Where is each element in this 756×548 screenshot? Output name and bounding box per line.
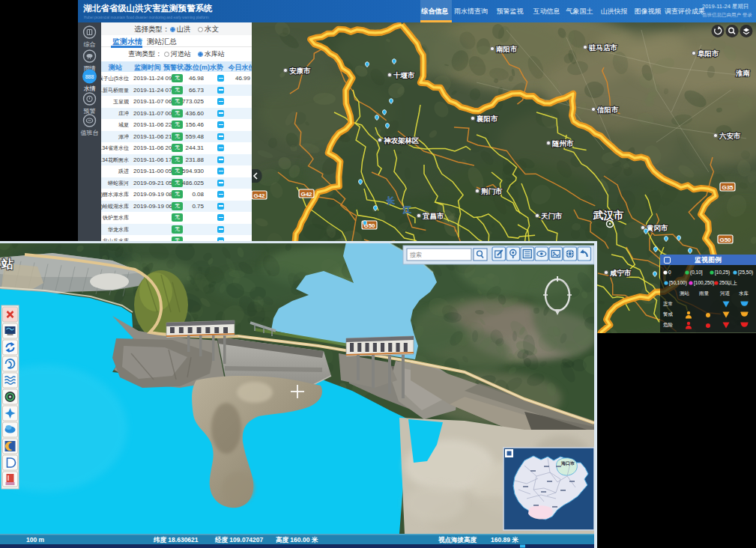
svg-text:阜阳市: 阜阳市 [698,49,719,58]
svg-text:南阳市: 南阳市 [496,45,518,53]
svg-text:十堰市: 十堰市 [393,71,415,79]
svg-text:长: 长 [386,196,395,205]
svg-text:宜昌市: 宜昌市 [422,212,444,220]
svg-text:160.89 米: 160.89 米 [491,536,518,544]
svg-text:荆门市: 荆门市 [480,187,503,195]
svg-text:经度 109.074207: 经度 109.074207 [214,536,264,544]
svg-text:咸宁市: 咸宁市 [609,269,632,277]
svg-text:襄阳市: 襄阳市 [476,115,498,123]
svg-text:信阳市: 信阳市 [596,106,619,114]
svg-text:江: 江 [402,205,411,214]
svg-text:淮南: 淮南 [735,69,751,77]
svg-text:G42: G42 [300,191,312,198]
svg-text:海口市: 海口市 [560,460,575,466]
svg-text:G42: G42 [253,192,265,199]
svg-text:武汉市: 武汉市 [593,210,624,221]
svg-text:驻马店市: 驻马店市 [588,43,618,52]
svg-text:100 m: 100 m [26,536,45,544]
svg-text:神农架林区: 神农架林区 [383,136,420,144]
svg-text:视点海拔高度: 视点海拔高度 [438,536,477,544]
svg-text:安康市: 安康市 [289,67,311,75]
svg-text:六安市: 六安市 [719,132,741,140]
svg-text:天门市: 天门市 [540,212,563,220]
svg-text:888: 888 [85,74,94,79]
svg-text:搜索: 搜索 [410,252,422,258]
svg-text:站: 站 [1,258,13,270]
svg-text:高度 160.00 米: 高度 160.00 米 [276,536,318,544]
svg-text:随州市: 随州市 [552,139,574,147]
svg-text:G50: G50 [719,237,731,243]
svg-text:纬度 18.630621: 纬度 18.630621 [153,536,199,544]
svg-text:G35: G35 [722,184,734,191]
svg-text:黄冈市: 黄冈市 [646,224,668,232]
